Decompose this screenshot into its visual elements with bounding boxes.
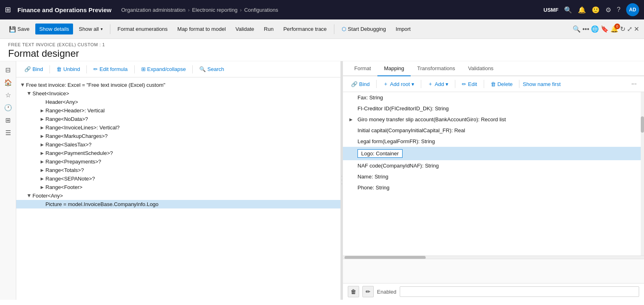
mapping-item-label: Name: String: [358, 174, 388, 180]
import-button[interactable]: Import: [392, 24, 415, 34]
tree-label-range-markupcharges: Range<MarkupCharges>?: [45, 133, 108, 139]
tree-item[interactable]: ▶ Range<MarkupCharges>?: [16, 132, 340, 140]
tree-arrow-range-footer[interactable]: ▶: [39, 185, 45, 189]
sidebar-home-icon[interactable]: 🏠: [4, 79, 12, 86]
bind-tool-button[interactable]: 🔗 Bind: [21, 64, 46, 74]
tree-item[interactable]: ▶ Range<PaymentSchedule>?: [16, 149, 340, 157]
mapping-add-button[interactable]: ＋ Add ▾: [424, 79, 452, 89]
map-format-to-model-button[interactable]: Map format to model: [173, 24, 230, 34]
tree-arrow-sheet[interactable]: ▶: [27, 90, 32, 97]
tree-item[interactable]: ▶ Range<NoData>?: [16, 115, 340, 123]
action-refresh-icon[interactable]: ↻: [620, 25, 625, 33]
smiley-icon[interactable]: 🙂: [592, 6, 600, 14]
tree-item[interactable]: Header<Any>: [16, 98, 340, 106]
mapping-enabled-input[interactable]: [400, 286, 639, 297]
tree-arrow-range-totals[interactable]: ▶: [39, 168, 45, 172]
mapping-item[interactable]: Phone: String: [343, 182, 644, 193]
mapping-more-button[interactable]: ···: [629, 79, 639, 88]
action-close-icon[interactable]: ✕: [634, 25, 639, 33]
mapping-edit-button[interactable]: ✏ Edit: [459, 79, 480, 89]
show-name-first-button[interactable]: Show name first: [523, 81, 560, 87]
tree-arrow-range-nodata[interactable]: ▶: [39, 117, 45, 121]
action-more-icon[interactable]: •••: [582, 26, 589, 33]
sidebar-clock-icon[interactable]: 🕐: [4, 104, 12, 112]
tree-item[interactable]: ▶ Range<Totals>?: [16, 166, 340, 174]
breadcrumb-org[interactable]: Organization administration: [121, 7, 185, 13]
format-enumerations-button[interactable]: Format enumerations: [114, 24, 172, 34]
action-notification-icon[interactable]: 🔔0: [610, 25, 618, 33]
sidebar-grid-icon[interactable]: ⊞: [5, 116, 11, 124]
mapping-edit-row-icon[interactable]: ✏: [362, 286, 374, 297]
mapping-scrollbar-thumb[interactable]: [641, 116, 644, 133]
tree-item[interactable]: ▶ Range<Header>: Vertical: [16, 106, 340, 115]
tab-mapping[interactable]: Mapping: [377, 61, 411, 76]
sidebar-list-icon[interactable]: ☰: [5, 129, 11, 137]
mapping-panel: Format Mapping Transformations Validatio…: [343, 61, 644, 300]
mapping-formula-area[interactable]: [343, 259, 644, 284]
bell-icon[interactable]: 🔔: [578, 6, 586, 14]
mapping-item-label: Legal form(LegalFormFR): String: [358, 138, 435, 144]
avatar[interactable]: AD: [626, 3, 639, 16]
edit-formula-icon: ✏: [93, 66, 98, 72]
unbind-tool-button[interactable]: 🗑 Unbind: [53, 64, 83, 74]
tree-item[interactable]: ▶ Range<Footer>: [16, 183, 340, 191]
gear-icon[interactable]: ⚙: [605, 6, 611, 14]
tab-transformations[interactable]: Transformations: [411, 61, 461, 76]
mapping-item[interactable]: NAF code(CompanyIdNAF): String: [343, 160, 644, 171]
breadcrumb-configurations[interactable]: Configurations: [244, 7, 278, 13]
mapping-item[interactable]: ▶ Giro money transfer slip account(BankA…: [343, 114, 644, 125]
tree-arrow-range-markupcharges[interactable]: ▶: [39, 134, 45, 138]
show-details-button[interactable]: Show details: [35, 24, 73, 34]
tree-arrow-range-sepanote[interactable]: ▶: [39, 176, 45, 181]
mapping-item[interactable]: Initial capital(CompanyInitialCapital_FR…: [343, 125, 644, 136]
mapping-hscrollbar-thumb[interactable]: [345, 256, 426, 259]
mapping-bind-button[interactable]: 🔗 Bind: [348, 79, 373, 89]
tab-validations[interactable]: Validations: [461, 61, 500, 76]
tree-item[interactable]: ▶ Range<Prepayments>?: [16, 157, 340, 166]
tree-arrow-footer[interactable]: ▶: [27, 193, 32, 199]
sidebar-filter-icon[interactable]: ⊟: [5, 66, 11, 74]
tree-arrow-range-header[interactable]: ▶: [39, 108, 45, 113]
mapping-item-logo[interactable]: Logo: Container: [343, 147, 644, 160]
tree-item[interactable]: ▶ Footer<Any>: [16, 191, 340, 200]
tree-arrow-range-salestax[interactable]: ▶: [39, 142, 45, 147]
tree-item[interactable]: ▶ Range<SEPANote>?: [16, 174, 340, 183]
mapping-item[interactable]: Name: String: [343, 171, 644, 182]
start-debugging-button[interactable]: ⬡ Start Debugging: [338, 24, 390, 34]
performance-trace-button[interactable]: Performance trace: [279, 24, 331, 34]
expand-collapse-tool-button[interactable]: ⊞ Expand/collapse: [138, 64, 189, 74]
mapping-add-root-button[interactable]: ＋ Add root ▾: [380, 79, 418, 89]
app-title: Finance and Operations Preview: [17, 6, 112, 13]
show-all-button[interactable]: Show all ▾: [75, 24, 106, 34]
mapping-item[interactable]: FI-Creditor ID(FICreditorID_DK): String: [343, 103, 644, 114]
mapping-item[interactable]: Legal form(LegalFormFR): String: [343, 136, 644, 147]
action-bookmark-icon[interactable]: 🔖: [601, 25, 609, 33]
mapping-item[interactable]: Fax: String: [343, 92, 644, 103]
action-search-icon[interactable]: 🔍: [573, 25, 581, 33]
mapping-tabs: Format Mapping Transformations Validatio…: [343, 61, 644, 76]
tree-arrow-root[interactable]: ▶: [21, 82, 25, 88]
action-expand-icon[interactable]: ⤢: [627, 25, 632, 33]
run-button[interactable]: Run: [260, 24, 278, 34]
breadcrumb-electronic-reporting[interactable]: Electronic reporting: [192, 7, 237, 13]
tree-arrow-range-paymentschedule[interactable]: ▶: [39, 151, 45, 155]
tree-arrow-range-invoicelines[interactable]: ▶: [39, 125, 45, 130]
save-button[interactable]: 💾 Save: [5, 24, 34, 35]
mapping-delete-row-icon[interactable]: 🗑: [348, 286, 359, 297]
tree-item[interactable]: ▶ Sheet<Invoice>: [16, 89, 340, 98]
grid-icon[interactable]: ⊞: [5, 5, 11, 14]
tree-item[interactable]: ▶ Range<InvoiceLines>: Vertical?: [16, 123, 340, 132]
search-nav-icon[interactable]: 🔍: [564, 6, 572, 14]
tab-format[interactable]: Format: [348, 61, 377, 76]
tree-arrow-range-prepayments[interactable]: ▶: [39, 159, 45, 164]
sidebar-star-icon[interactable]: ☆: [5, 91, 11, 99]
tree-item[interactable]: ▶ Range<SalesTax>?: [16, 140, 340, 149]
search-tool-button[interactable]: 🔍 Search: [196, 64, 227, 74]
tree-item[interactable]: Picture = model.InvoiceBase.CompanyInfo.…: [16, 200, 340, 208]
help-icon[interactable]: ?: [617, 6, 620, 13]
mapping-delete-button[interactable]: 🗑 Delete: [487, 79, 516, 89]
validate-button[interactable]: Validate: [231, 24, 258, 34]
action-globe-icon[interactable]: 🌐: [591, 25, 599, 33]
edit-formula-tool-button[interactable]: ✏ Edit formula: [90, 64, 131, 74]
tree-item[interactable]: ▶ Free text invoice: Excel = "Free text …: [16, 81, 340, 89]
